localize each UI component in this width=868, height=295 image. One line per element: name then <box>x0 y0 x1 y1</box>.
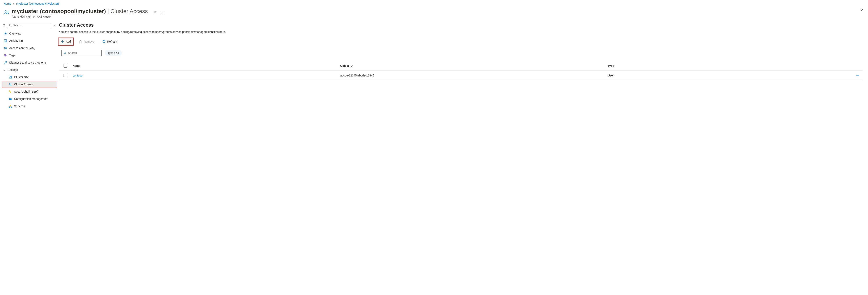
tag-icon <box>4 54 7 57</box>
breadcrumb-separator: › <box>13 2 14 5</box>
overview-icon <box>4 32 7 35</box>
svg-point-2 <box>9 24 11 26</box>
sidebar-caret-icon[interactable] <box>3 24 6 26</box>
row-checkbox[interactable] <box>64 73 67 77</box>
sidebar-item-label: Access control (IAM) <box>9 47 35 50</box>
toolbar: Add Remove Refresh <box>59 38 863 45</box>
refresh-icon <box>102 40 105 43</box>
svg-rect-18 <box>10 92 11 93</box>
column-header-name[interactable]: Name <box>72 64 340 67</box>
svg-point-4 <box>5 33 6 34</box>
sidebar-item-label: Diagnose and solve problems <box>9 61 46 64</box>
add-button[interactable]: Add <box>59 38 73 45</box>
more-actions-icon[interactable]: … <box>160 10 164 14</box>
svg-point-15 <box>10 84 11 85</box>
page-title: mycluster (contosopool/mycluster) | Clus… <box>12 8 148 14</box>
select-all-checkbox[interactable] <box>64 64 67 67</box>
sidebar-section-settings[interactable]: ⌄ Settings <box>2 66 57 73</box>
sidebar-search-field[interactable] <box>13 24 50 27</box>
column-header-object-id[interactable]: Object ID <box>340 64 608 67</box>
sidebar-item-overview[interactable]: Overview <box>2 30 57 37</box>
svg-point-29 <box>64 52 66 54</box>
log-icon <box>4 39 7 42</box>
sidebar-item-label: Overview <box>9 32 21 35</box>
table-header: Name Object ID Type <box>59 61 863 70</box>
main-description: You can control access to the cluster en… <box>59 30 863 33</box>
page-header: mycluster (contosopool/mycluster) | Clus… <box>0 7 868 22</box>
people-small-icon <box>4 47 7 50</box>
sidebar-item-label: Secure shell (SSH) <box>14 90 38 93</box>
refresh-label: Refresh <box>107 40 117 43</box>
page-title-divider: | <box>107 8 111 14</box>
sidebar-item-tags[interactable]: Tags <box>2 52 57 59</box>
key-icon <box>8 90 12 93</box>
table-row: contoso abcde-12345-abcde-12345 User ••• <box>59 70 863 80</box>
refresh-button[interactable]: Refresh <box>100 38 119 45</box>
svg-point-0 <box>5 10 6 12</box>
chevron-down-icon: ⌄ <box>4 68 6 71</box>
sidebar-item-cluster-access[interactable]: Cluster Access <box>2 81 57 88</box>
svg-point-9 <box>4 47 5 48</box>
folder-icon <box>8 97 12 100</box>
row-name-link[interactable]: contoso <box>72 74 340 77</box>
page-title-section: Cluster Access <box>111 8 148 14</box>
type-filter-pill[interactable]: Type : All <box>105 50 122 56</box>
sidebar-item-label: Cluster Access <box>14 83 33 86</box>
sidebar-item-cluster-size[interactable]: Cluster size <box>2 73 57 81</box>
filter-row: Type : All <box>59 50 863 56</box>
sidebar-item-label: Tags <box>9 54 15 57</box>
main-pane: Cluster Access You can control access to… <box>57 22 868 110</box>
svg-rect-17 <box>10 91 10 93</box>
plus-icon <box>61 40 64 43</box>
breadcrumb-home[interactable]: Home <box>4 2 11 5</box>
wrench-icon <box>4 61 7 64</box>
remove-label: Remove <box>84 40 94 43</box>
sidebar-item-label: Configuration Management <box>14 97 48 100</box>
remove-button: Remove <box>77 38 96 45</box>
main-heading: Cluster Access <box>59 22 863 28</box>
resize-icon <box>8 76 12 79</box>
sidebar-item-iam[interactable]: Access control (IAM) <box>2 45 57 52</box>
sidebar-item-ssh[interactable]: Secure shell (SSH) <box>2 88 57 95</box>
sidebar-item-services[interactable]: Services <box>2 102 57 110</box>
search-icon <box>64 52 66 54</box>
sidebar-item-label: Activity log <box>9 39 23 42</box>
page-subtitle: Azure HDInsight on AKS cluster <box>12 15 148 18</box>
row-type: User <box>608 74 851 77</box>
filter-search-input[interactable] <box>61 50 102 56</box>
svg-point-1 <box>7 11 8 12</box>
sidebar-item-diagnose[interactable]: Diagnose and solve problems <box>2 59 57 66</box>
close-icon[interactable]: ✕ <box>860 8 863 12</box>
sidebar-collapse-icon[interactable]: « <box>53 24 56 27</box>
search-icon <box>9 24 12 27</box>
svg-rect-21 <box>11 107 12 108</box>
breadcrumb-resource[interactable]: mycluster (contosopool/mycluster) <box>16 2 59 5</box>
svg-point-14 <box>9 83 10 84</box>
svg-point-11 <box>5 55 5 55</box>
svg-rect-24 <box>80 41 81 43</box>
svg-line-12 <box>6 62 6 62</box>
sidebar-search-input[interactable] <box>8 23 51 28</box>
add-label: Add <box>66 40 71 43</box>
filter-search-field[interactable] <box>68 51 99 55</box>
sidebar-item-config-mgmt[interactable]: Configuration Management <box>2 95 57 102</box>
sidebar-item-label: Cluster size <box>14 76 29 79</box>
svg-point-10 <box>6 48 6 48</box>
people-icon <box>4 9 9 15</box>
services-icon <box>8 105 12 108</box>
sidebar-item-label: Services <box>14 105 25 108</box>
sidebar-item-activity-log[interactable]: Activity log <box>2 37 57 45</box>
people-small-icon <box>8 83 12 86</box>
favorite-star-icon[interactable]: ☆ <box>154 10 157 14</box>
row-actions-icon[interactable]: ••• <box>851 74 863 77</box>
type-filter-label: Type : <box>108 52 115 55</box>
access-table: Name Object ID Type contoso abcde-12345-… <box>59 61 863 80</box>
page-title-main: mycluster (contosopool/mycluster) <box>12 8 106 14</box>
column-header-type[interactable]: Type <box>608 64 851 67</box>
svg-line-3 <box>11 26 12 27</box>
sidebar: « Overview Activity log Access control (… <box>0 22 57 110</box>
trash-icon <box>79 40 82 43</box>
type-filter-value: All <box>116 52 119 55</box>
svg-line-30 <box>66 54 66 54</box>
sidebar-section-label: Settings <box>8 68 18 71</box>
